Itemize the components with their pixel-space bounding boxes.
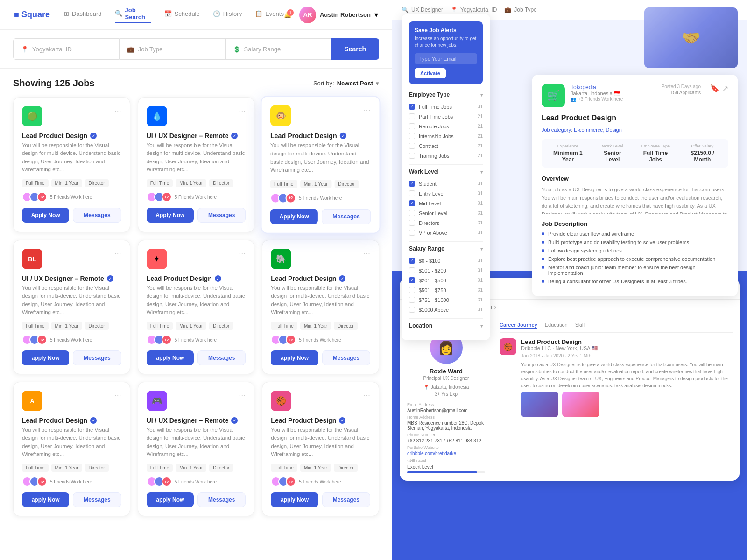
messages-button[interactable]: Messages <box>73 350 121 365</box>
nav-item-events[interactable]: 📋 Events <box>255 7 284 23</box>
filter-checkbox[interactable] <box>409 267 415 273</box>
job-card-4[interactable]: BL ··· UI / UX Designer – Remote You wil… <box>13 240 130 374</box>
job-card-3[interactable]: 🐵 ··· Lead Product Design You will be re… <box>261 96 381 234</box>
activate-button[interactable]: Activate <box>415 68 446 78</box>
more-icon[interactable]: ··· <box>114 391 121 400</box>
job-card-2[interactable]: 💧 ··· UI / UX Designer – Remote You will… <box>138 97 255 232</box>
filter-checkbox[interactable] <box>409 153 415 159</box>
filter-item[interactable]: ✓ Full Time Jobs 31 <box>409 102 483 112</box>
rp-location-field[interactable]: 📍 Yogyakarta, ID <box>451 7 497 13</box>
filter-checkbox[interactable]: ✓ <box>409 104 415 110</box>
messages-button[interactable]: Messages <box>322 350 370 365</box>
friends-count-label: 5 Friends Work here <box>299 479 341 484</box>
job-card-8[interactable]: 🎮 ··· UI / UX Designer – Remote You will… <box>138 382 255 516</box>
bullet-icon <box>542 232 544 235</box>
filter-checkbox[interactable] <box>409 287 415 293</box>
apply-button[interactable]: apply Now <box>147 492 194 507</box>
filter-item[interactable]: Senior Level 31 <box>409 208 483 218</box>
job-card-7[interactable]: A ··· Lead Product Design You will be re… <box>13 382 130 516</box>
filter-label: $751 - $1000 <box>419 297 478 303</box>
filter-item[interactable]: Entry Level 31 <box>409 189 483 198</box>
more-icon[interactable]: ··· <box>239 249 246 259</box>
filter-checkbox[interactable] <box>409 230 415 236</box>
sort-control[interactable]: Sort by: Newest Post ▾ <box>313 80 379 87</box>
filter-item[interactable]: Remote Jobs 21 <box>409 121 483 131</box>
tab-skill[interactable]: Skill <box>575 322 585 329</box>
salary-range-field[interactable]: 💲 Salary Range <box>226 38 331 60</box>
filter-checkbox[interactable] <box>409 143 415 149</box>
filter-item[interactable]: $751 - $1000 31 <box>409 295 483 305</box>
rp-ux-field[interactable]: 🔍 UX Designer <box>402 7 443 13</box>
filter-item[interactable]: $1000 Above 31 <box>409 305 483 315</box>
email-input[interactable] <box>415 53 477 64</box>
messages-button[interactable]: Messages <box>197 208 246 223</box>
filter-item[interactable]: ✓ Mid Level 31 <box>409 198 483 208</box>
filter-checkbox[interactable]: ✓ <box>409 200 415 206</box>
filter-item[interactable]: ✓ $201 - $500 31 <box>409 275 483 285</box>
filter-item[interactable]: ✓ $0 - $100 31 <box>409 256 483 266</box>
apply-button[interactable]: Apply Now <box>22 208 69 223</box>
more-icon[interactable]: ··· <box>363 249 370 259</box>
bookmark-icon[interactable]: 🔖 <box>710 84 719 93</box>
apply-button[interactable]: apply Now <box>22 350 69 365</box>
filter-checkbox[interactable] <box>409 123 415 129</box>
share-icon[interactable]: ↗ <box>722 84 728 93</box>
apply-button[interactable]: apply Now <box>271 350 318 365</box>
filter-item[interactable]: Directors 31 <box>409 218 483 228</box>
messages-button[interactable]: Messages <box>197 350 246 365</box>
filter-item[interactable]: VP or Above 31 <box>409 228 483 238</box>
filter-item[interactable]: Training Jobs 21 <box>409 151 483 161</box>
filter-checkbox[interactable] <box>409 190 415 196</box>
more-icon[interactable]: ··· <box>239 106 246 116</box>
filter-checkbox[interactable] <box>409 220 415 226</box>
apply-button[interactable]: apply Now <box>271 492 318 507</box>
nav-item-job-search[interactable]: 🔍 Job Search <box>115 7 151 23</box>
nav-item-schedule[interactable]: 📅 Schedule <box>164 7 200 23</box>
job-card-1[interactable]: 🟢 ··· Lead Product Design You will be re… <box>13 97 130 232</box>
filter-item[interactable]: Internship Jobs 21 <box>409 131 483 141</box>
filter-checkbox[interactable] <box>409 113 415 119</box>
job-card-5[interactable]: ✦ ··· Lead Product Design You will be re… <box>138 240 255 374</box>
apply-button[interactable]: apply Now <box>22 492 69 507</box>
apply-button[interactable]: Apply Now <box>147 208 194 223</box>
filter-checkbox[interactable] <box>409 133 415 139</box>
employee-type-filters: ✓ Full Time Jobs 31 Part Time Jobs 21 Re… <box>409 102 483 161</box>
job-card-6[interactable]: 🐘 ··· Lead Product Design You will be re… <box>262 240 379 374</box>
filter-item[interactable]: Contract 21 <box>409 141 483 151</box>
filter-checkbox[interactable] <box>409 307 415 313</box>
location-field[interactable]: 📍 Yogyakarta, ID <box>13 38 120 60</box>
nav-item-history[interactable]: 🕐 History <box>213 7 242 23</box>
notification-button[interactable]: 🔔 1 <box>284 11 292 18</box>
messages-button[interactable]: Messages <box>197 492 246 507</box>
job-type-field[interactable]: 💼 Job Type <box>120 38 226 60</box>
filter-checkbox[interactable] <box>409 210 415 216</box>
filter-item[interactable]: Part Time Jobs 21 <box>409 112 483 121</box>
tab-education[interactable]: Education <box>545 322 568 329</box>
tab-career-journey[interactable]: Career Journey <box>500 322 537 329</box>
more-icon[interactable]: ··· <box>364 105 371 115</box>
more-icon[interactable]: ··· <box>114 249 121 259</box>
filter-item[interactable]: $101 - $200 31 <box>409 266 483 275</box>
nav-item-dashboard[interactable]: ⊞ Dashboard <box>64 7 102 23</box>
more-icon[interactable]: ··· <box>114 106 121 116</box>
filter-checkbox[interactable]: ✓ <box>409 277 415 283</box>
apply-button[interactable]: Apply Now <box>270 209 318 224</box>
more-icon[interactable]: ··· <box>363 391 370 400</box>
messages-button[interactable]: Messages <box>322 209 371 224</box>
profile-website[interactable]: dribbble.com/brettdarke <box>407 451 485 456</box>
user-info[interactable]: AR Austin Robertson ▾ <box>299 7 378 23</box>
career-tabs: Career Journey Education Skill <box>500 322 733 333</box>
more-icon[interactable]: ··· <box>239 391 246 400</box>
messages-button[interactable]: Messages <box>73 208 121 223</box>
job-card-9[interactable]: 🏀 ··· Lead Product Design You will be re… <box>262 382 379 516</box>
apply-button[interactable]: apply Now <box>147 350 194 365</box>
messages-button[interactable]: Messages <box>73 492 121 507</box>
filter-checkbox[interactable] <box>409 297 415 303</box>
rp-job-type-field[interactable]: 💼 Job Type <box>504 7 536 13</box>
filter-item[interactable]: ✓ Student 31 <box>409 179 483 189</box>
filter-checkbox[interactable]: ✓ <box>409 258 415 264</box>
search-button[interactable]: Search <box>331 38 379 60</box>
messages-button[interactable]: Messages <box>322 492 370 507</box>
filter-checkbox[interactable]: ✓ <box>409 181 415 187</box>
filter-item[interactable]: $501 - $750 31 <box>409 285 483 295</box>
